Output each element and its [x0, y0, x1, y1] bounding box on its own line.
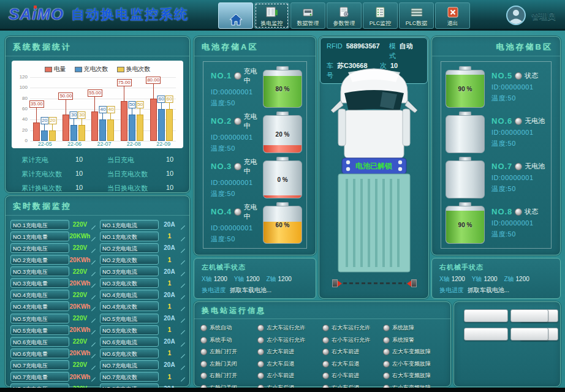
- battery-slot: NO.1 充电中 ID:00000001 温度:50 80 %: [207, 64, 303, 110]
- nav-label: 换电监控: [261, 20, 283, 27]
- indicator-label: 左舱门关闭: [210, 360, 237, 368]
- nav-swap-monitor[interactable]: 换电监控: [254, 2, 289, 29]
- metric-value: 220V: [69, 361, 91, 368]
- battery-status: 充电中: [244, 112, 262, 130]
- metric-value: 20KWh: [69, 326, 91, 333]
- battery-slot: NO.2 充电中 ID:00000001 温度:50 20 %: [207, 110, 303, 155]
- stat-label: 当日换电次数: [107, 184, 166, 193]
- battery-slot: 90 % NO.5 状态 ID:00000001 温度:50: [445, 64, 547, 110]
- stat-value: 10: [75, 156, 107, 165]
- metric-value: 220V: [69, 244, 91, 251]
- battery-id: ID:00000001: [211, 224, 262, 232]
- axis-value: 1200: [246, 276, 259, 282]
- control-button[interactable]: [510, 309, 548, 322]
- station-info-panel: 换电站运行信息 系统自动系统手动左舱门打开左舱门关闭右舱门打开右舱门关闭 左大车…: [194, 301, 451, 387]
- metric-label: NO.4充电电量: [10, 301, 69, 311]
- chart-x-axis: 22-0522-0622-0722-0822-09: [30, 141, 178, 147]
- nav-plc-data[interactable]: PLC数据: [399, 2, 434, 29]
- indicator-label: 右大车运行允许: [332, 324, 370, 332]
- metric-value: 20A: [159, 268, 180, 275]
- stat-value: 10: [166, 170, 191, 179]
- battery-number: NO.4: [211, 207, 232, 216]
- status-indicator-icon: [234, 163, 241, 170]
- table-row: NO.6充电电流 20A: [100, 336, 186, 347]
- metric-value: 20KWh: [69, 374, 91, 380]
- battery-number: NO.2: [211, 116, 232, 126]
- status-indicator-icon: [515, 208, 522, 216]
- status-indicator: 系统故障: [383, 324, 447, 332]
- param-manage-icon: [338, 5, 351, 20]
- nav-plc-monitor[interactable]: PLC监控: [363, 2, 398, 29]
- data-manage-icon: [302, 5, 314, 20]
- status-indicator: 系统自动: [200, 324, 255, 332]
- metric-label: NO.1充电电流: [100, 220, 159, 230]
- indicator-label: 右小车前进: [332, 372, 359, 380]
- battery-id: ID:00000001: [211, 88, 262, 96]
- rfid-label: RFID: [327, 41, 343, 61]
- realtime-panel-title: 实时数据监控: [6, 196, 189, 216]
- metric-label: NO.1充电电量: [10, 232, 69, 241]
- nav-exit[interactable]: 退出: [435, 2, 470, 29]
- axis-label: Y轴: [234, 276, 245, 282]
- indicator-label: 左大车运行允许: [267, 324, 305, 332]
- bottom-bar: [0, 388, 565, 392]
- progress-dashes: [343, 282, 406, 284]
- metric-label: NO.3充电电流: [100, 266, 159, 276]
- table-row: NO.7充电电流 20A: [100, 360, 186, 371]
- chart-plot: 02040608010012035.00202050.00303055.0040…: [30, 77, 176, 141]
- nav-param-manage[interactable]: 参数管理: [327, 2, 362, 29]
- metric-label: NO.7充电电量: [10, 372, 69, 382]
- metric-value: 220V: [69, 268, 91, 275]
- control-button[interactable]: [510, 328, 548, 341]
- metric-label: NO.6充电电压: [10, 337, 69, 347]
- home-button[interactable]: [218, 2, 253, 29]
- battery-id: ID:00000001: [211, 134, 262, 141]
- metric-value: 220V: [69, 292, 91, 298]
- control-button[interactable]: [464, 309, 508, 322]
- svg-text:电池已解锁: 电池已解锁: [355, 162, 392, 170]
- battery-temperature: 温度:50: [491, 184, 547, 194]
- nav-label: 数据管理: [297, 20, 319, 27]
- battery-status: 充电中: [244, 203, 262, 221]
- indicator-label: 左大车前进: [267, 348, 294, 356]
- zone-a-battery-list: NO.1 充电中 ID:00000001 温度:50 80 %: [203, 61, 307, 249]
- nav-data-manage[interactable]: 数据管理: [290, 2, 325, 29]
- mode-label: 模式: [389, 41, 396, 61]
- main-nav: 换电监控 数据管理 参数管理 PLC监控: [218, 2, 470, 29]
- table-row: NO.3充电电流 20A: [100, 266, 186, 277]
- indicator-label: 系统自动: [210, 324, 232, 332]
- plc-data-icon: [410, 5, 423, 20]
- progress-right-handle: [411, 279, 417, 287]
- indicator-label: 右舱门打开: [210, 372, 237, 380]
- battery-id: ID:00000001: [491, 174, 547, 181]
- swap-progress-label: 换电进度: [439, 287, 464, 293]
- metric-value: 1: [159, 233, 180, 239]
- stat-label: 累计充电次数: [21, 170, 75, 179]
- status-indicator: 右大车运行允许: [322, 324, 381, 332]
- indicator-light-icon: [383, 361, 390, 368]
- metric-value: 20KWh: [69, 233, 91, 239]
- indicator-light-icon: [383, 349, 390, 355]
- zone-b-title: 电池存储B区: [432, 37, 560, 56]
- status-indicator-icon: [234, 72, 241, 80]
- stat-value: 10: [166, 184, 191, 193]
- metric-label: NO.6充电次数: [100, 349, 159, 358]
- battery-number: NO.7: [491, 162, 512, 171]
- station-info-title: 换电站运行信息: [194, 302, 450, 319]
- battery-temperature: 温度:50: [211, 144, 262, 153]
- table-row: NO.3充电次数 1: [100, 277, 186, 288]
- nav-label: 参数管理: [333, 20, 355, 27]
- page-title: 自动换电监控系统: [71, 6, 189, 24]
- battery-icon: 80 %: [262, 66, 303, 108]
- status-indicator: 左大车后退: [257, 360, 320, 368]
- table-row: NO.7充电电量 20KWh: [10, 371, 96, 382]
- control-button[interactable]: [464, 328, 508, 341]
- metric-value: 1: [159, 257, 180, 263]
- table-row: NO.2充电电量 20KWh: [10, 254, 96, 265]
- battery-temperature: 温度:50: [211, 235, 262, 244]
- user-avatar-icon[interactable]: [506, 5, 526, 28]
- battery-slot: NO.4 充电中 ID:00000001 温度:50 60 %: [207, 200, 303, 246]
- battery-number: NO.3: [211, 162, 232, 171]
- realtime-right-column: NO.1充电电流 20A NO.1充电次数 1 NO.2充电电流 20A NO.…: [100, 219, 186, 392]
- status-indicator: 右大车前进: [322, 348, 381, 356]
